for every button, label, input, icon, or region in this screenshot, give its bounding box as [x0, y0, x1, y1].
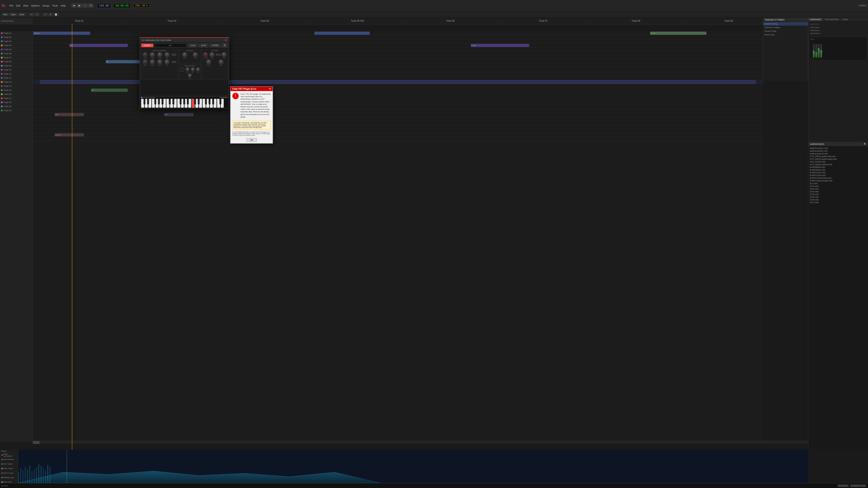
osc-filter-env-knob-1[interactable]: FENV	[157, 52, 162, 59]
track-header-5[interactable]: Track 05 503	[311, 20, 404, 22]
taskbar-paint[interactable]: Untitled - Paint	[850, 484, 866, 487]
track-header-3[interactable]: Track 03	[126, 20, 219, 22]
mixer-osc1-knob[interactable]: OSC1	[182, 52, 187, 59]
track-header-4[interactable]: Track 04	[218, 20, 311, 22]
browser-file-1[interactable]: audioscreams1.vst3	[809, 147, 868, 150]
browser-file-19[interactable]: ZL55.vst3	[809, 196, 868, 198]
track-row-12[interactable]: Track 12	[0, 76, 33, 80]
piano-key-fs3[interactable]	[154, 99, 156, 104]
menu-edit[interactable]: Edit	[16, 4, 20, 7]
piano-key-cs6[interactable]	[219, 99, 221, 104]
taskbar-fl-studio[interactable]: FL Studio	[837, 484, 849, 487]
filter-drive-knob[interactable]: DRIVE	[206, 59, 211, 66]
piano-key-cs4[interactable]	[169, 99, 170, 104]
menu-songs[interactable]: Songs	[42, 4, 49, 7]
browser-file-4[interactable]: GTS_00031t-guitar-loop.wav	[809, 155, 868, 158]
synth-save-button[interactable]: SAVE	[199, 43, 208, 47]
new-button[interactable]: New	[2, 13, 8, 16]
random-button[interactable]: Random	[220, 97, 228, 98]
browser-file-20[interactable]: ZL56.vst3	[809, 198, 868, 201]
grid-row-23[interactable]	[33, 121, 763, 125]
env-sustain-knob[interactable]: SUS	[196, 67, 200, 73]
track-row-2[interactable]: Track 02	[0, 35, 33, 39]
piano-key-ds4[interactable]	[173, 99, 174, 104]
browser-file-13[interactable]: ld-000714Guit-loop2.vst3	[809, 180, 868, 182]
instrument-item-2[interactable]: Instrument 2	[809, 29, 867, 32]
env-attack-knob[interactable]: ATK	[186, 67, 190, 73]
redo-button[interactable]: ↪	[35, 13, 39, 16]
synth-preset-display[interactable]: 29 *	[155, 43, 187, 47]
menu-help[interactable]: Help	[61, 4, 66, 7]
grid-row-24[interactable]	[33, 125, 763, 129]
piano-key-cs3[interactable]	[144, 99, 145, 104]
track-row-16[interactable]: Track 16	[0, 92, 33, 96]
synth-load-button[interactable]: LOAD	[188, 43, 197, 47]
grid-row-29[interactable]	[33, 145, 763, 149]
grid-row-30[interactable]	[33, 149, 763, 153]
piano-key-as5[interactable]	[212, 99, 214, 104]
playlist-item-3[interactable]: Flex Tracks	[0, 462, 18, 466]
track-row-10[interactable]: Track 10	[0, 68, 33, 72]
grid-row-1[interactable]: CR4:D0 F-7:90	[33, 31, 763, 35]
track-row-8[interactable]: Track 08	[0, 60, 33, 64]
track-row-13[interactable]: Track 13	[0, 80, 33, 84]
track-row-17[interactable]: Track 17	[0, 96, 33, 100]
grid-row-20[interactable]	[33, 108, 763, 112]
playlist-item-5[interactable]: Drum Loops	[0, 471, 18, 475]
track-row-6[interactable]: Track 06	[0, 52, 33, 56]
error-ok-button[interactable]: Ok	[246, 138, 257, 142]
copy-button[interactable]: ⎘	[49, 13, 53, 16]
playlist-item-4[interactable]: Click Tracks	[0, 466, 18, 471]
osc-tune-knob-1[interactable]: TUNE	[150, 52, 155, 59]
paste-button[interactable]: 📋	[53, 13, 59, 16]
grid-row-21[interactable]: OFF MPC	[33, 112, 763, 117]
menu-options[interactable]: Options	[31, 4, 39, 7]
osc-filter-env-knob-2[interactable]: FENV	[157, 59, 162, 66]
track-header-2[interactable]: Track 02	[33, 20, 126, 22]
browser-file-15[interactable]: ZL51.vst3	[809, 185, 868, 188]
osc-switch-1[interactable]	[172, 52, 176, 59]
track-row-15[interactable]: Track 15	[0, 88, 33, 92]
piano-key-as4[interactable]	[187, 99, 189, 104]
save-toolbar-button[interactable]: Save	[18, 13, 26, 16]
sel-item-whole-song[interactable]: Whole Song	[763, 33, 808, 37]
track-row-4[interactable]: Track 04	[0, 43, 33, 47]
bpm-display[interactable]: 140.00	[97, 3, 111, 8]
playlist-label[interactable]: Playlist	[0, 450, 18, 453]
track-header-7[interactable]: Track 07	[497, 20, 590, 22]
track-row-3[interactable]: Track 03	[0, 39, 33, 43]
loop-button[interactable]: ⟳	[88, 4, 93, 7]
open-button[interactable]: Open	[9, 13, 17, 16]
cut-copy-paste-tab[interactable]: Cut/Copy/Paste	[823, 18, 841, 21]
cut-button[interactable]: ✂	[43, 13, 48, 16]
filter-resonance-knob[interactable]: RES	[210, 52, 215, 59]
piano-key-ds3[interactable]	[147, 99, 149, 104]
piano-key-fs5[interactable]	[205, 99, 207, 104]
osc-waveform-knob-1[interactable]: WAVE	[143, 52, 148, 59]
browser-file-9[interactable]: ld-00040HiA.vst3	[809, 168, 868, 171]
grid-row-25[interactable]	[33, 129, 763, 133]
instruments-tab[interactable]: Instruments	[808, 18, 823, 21]
track-row-20[interactable]: Track 20	[0, 108, 33, 112]
synth-close-button[interactable]: ✕	[225, 39, 227, 42]
stop-button[interactable]: ■	[72, 4, 76, 7]
undo-button[interactable]: ↩	[29, 13, 34, 16]
grid-row-27[interactable]	[33, 137, 763, 141]
browser-file-7[interactable]: GTS_opland_preset.vst3	[809, 163, 868, 166]
track-row-18[interactable]: Track 18	[0, 100, 33, 104]
grid-row-28[interactable]	[33, 141, 763, 145]
piano-key-gs4[interactable]	[183, 99, 185, 104]
filter-mode-display[interactable]: MODE	[216, 52, 220, 59]
env-decay-knob[interactable]: DEC	[191, 67, 195, 73]
osc-switch-2[interactable]	[172, 59, 176, 66]
osc-lfo-knob-1[interactable]: LFO	[164, 52, 169, 59]
mixer-channel-3[interactable]: 3	[818, 44, 819, 59]
mixer-osc2-knob[interactable]: OSC2	[193, 52, 198, 59]
browser-file-21[interactable]: ZL57.vst3	[809, 201, 868, 204]
menu-view[interactable]: View	[23, 4, 29, 7]
instrument-item-uno[interactable]: UNO Synth	[809, 26, 867, 29]
browser-file-6[interactable]: GTS_00031t.vst3	[809, 160, 868, 163]
playlist-item-2[interactable]: Flex Patches	[0, 457, 18, 462]
playlist-item-7[interactable]: Pad Level	[0, 480, 18, 483]
browser-file-14[interactable]: ZL5.vst3	[809, 182, 868, 185]
